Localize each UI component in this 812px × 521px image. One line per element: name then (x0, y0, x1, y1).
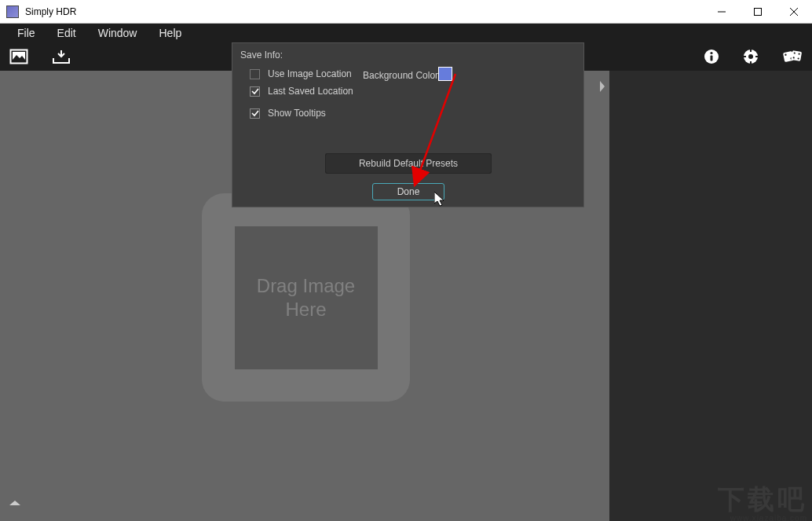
close-button[interactable] (776, 0, 812, 24)
option-show-tooltips[interactable]: Show Tooltips (232, 105, 583, 122)
svg-rect-12 (750, 50, 752, 52)
menu-edit[interactable]: Edit (46, 24, 87, 42)
open-image-icon[interactable] (9, 49, 28, 64)
svg-marker-25 (9, 501, 20, 505)
checkbox-unchecked-icon[interactable] (250, 69, 260, 79)
drop-zone-inner: Drag Image Here (235, 226, 378, 369)
svg-rect-14 (744, 56, 746, 57)
option-last-saved-location[interactable]: Last Saved Location (232, 83, 583, 100)
svg-rect-1 (755, 8, 762, 15)
info-icon[interactable] (704, 49, 719, 64)
drop-text-line1: Drag Image (257, 274, 355, 298)
menu-help[interactable]: Help (148, 24, 192, 42)
svg-point-11 (748, 54, 753, 59)
background-color-swatch[interactable] (438, 67, 452, 81)
dice-icon[interactable] (782, 49, 803, 64)
watermark: 下载吧 (718, 482, 807, 518)
svg-rect-15 (755, 56, 758, 57)
svg-marker-24 (600, 81, 605, 92)
watermark-url: www.xiazaiba.com (730, 514, 807, 521)
rebuild-presets-button[interactable]: Rebuild Default Presets (325, 153, 492, 174)
checkbox-checked-icon[interactable] (250, 86, 260, 97)
option-label: Show Tooltips (268, 108, 326, 119)
expand-bottom-icon[interactable] (9, 496, 20, 510)
checkbox-checked-icon[interactable] (250, 108, 260, 119)
menu-window[interactable]: Window (87, 24, 148, 42)
menu-bar: File Edit Window Help (0, 24, 812, 42)
preferences-panel: Save Info: Use Image Location Last Saved… (232, 42, 584, 207)
svg-point-8 (710, 52, 712, 54)
option-label: Use Image Location (268, 68, 352, 79)
maximize-button[interactable] (740, 0, 776, 24)
done-button[interactable]: Done (372, 183, 444, 200)
side-panel (609, 71, 812, 521)
panel-title: Save Info: (232, 43, 583, 65)
drop-zone[interactable]: Drag Image Here (202, 193, 410, 402)
save-image-icon[interactable] (52, 49, 71, 64)
option-label: Last Saved Location (268, 86, 353, 97)
svg-rect-13 (750, 61, 752, 64)
minimize-button[interactable] (704, 0, 740, 24)
background-color-label: Background Color (363, 70, 438, 81)
window-titlebar: Simply HDR (0, 0, 812, 24)
svg-rect-9 (711, 56, 713, 61)
window-controls (704, 0, 812, 24)
app-icon (6, 6, 19, 18)
svg-rect-19 (791, 50, 802, 61)
gear-icon[interactable] (743, 49, 759, 64)
drop-text-line2: Here (285, 298, 326, 321)
window-title: Simply HDR (25, 6, 704, 17)
menu-file[interactable]: File (6, 24, 46, 42)
side-panel-toggle[interactable] (595, 79, 609, 94)
